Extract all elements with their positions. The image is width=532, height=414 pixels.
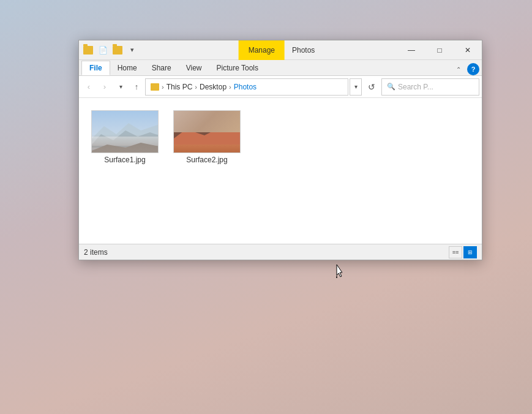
title-bar-left: 📄 ▾ xyxy=(81,43,139,57)
file-explorer-window: 📄 ▾ Manage Photos — □ xyxy=(78,40,482,260)
thumbnail-image-surface1 xyxy=(92,111,158,152)
minimize-button[interactable]: — xyxy=(397,40,425,60)
path-this-pc[interactable]: This PC xyxy=(167,83,193,91)
view-controls: ≡≡ ⊞ xyxy=(449,246,477,258)
up-button[interactable]: ↑ xyxy=(129,80,144,94)
search-icon: 🔍 xyxy=(387,83,395,91)
path-separator-3: › xyxy=(229,83,231,91)
forward-icon: › xyxy=(103,82,106,91)
ribbon-tabs: File Home Share View Picture Tools ⌃ ? xyxy=(79,60,482,76)
details-view-button[interactable]: ≡≡ xyxy=(449,246,462,258)
svg-rect-3 xyxy=(92,137,159,146)
tab-share[interactable]: Share xyxy=(144,61,179,75)
title-bar-controls: — □ ✕ xyxy=(397,40,482,60)
cursor xyxy=(332,265,342,280)
qat-dropdown-button[interactable]: ▾ xyxy=(126,43,139,57)
file-content-area: Surface1.jpg xyxy=(79,98,482,244)
folder2-icon xyxy=(113,46,122,55)
tab-file[interactable]: File xyxy=(81,61,110,75)
status-bar: 2 items ≡≡ ⊞ xyxy=(79,244,482,260)
recent-locations-button[interactable]: ▾ xyxy=(113,80,128,94)
file-name-surface1: Surface1.jpg xyxy=(104,156,145,164)
help-icon: ? xyxy=(471,66,476,73)
forward-button[interactable]: › xyxy=(97,80,112,94)
search-placeholder: Search P... xyxy=(398,83,433,91)
window-title: Photos xyxy=(285,40,322,60)
ribbon-collapse-button[interactable]: ⌃ xyxy=(452,63,465,75)
tab-view[interactable]: View xyxy=(179,61,209,75)
qat-folder2-button[interactable] xyxy=(111,43,124,57)
file-item-surface2[interactable]: Surface2.jpg xyxy=(171,108,243,167)
tab-picture-tools[interactable]: Picture Tools xyxy=(209,61,266,75)
manage-tab[interactable]: Manage xyxy=(239,40,285,60)
dropdown-icon: ▾ xyxy=(130,46,134,54)
dropdown-arrow-icon: ▾ xyxy=(354,83,358,90)
maximize-button[interactable]: □ xyxy=(425,40,454,60)
back-icon: ‹ xyxy=(88,82,90,91)
new-doc-icon: 📄 xyxy=(99,46,108,55)
search-box[interactable]: 🔍 Search P... xyxy=(381,78,479,96)
back-button[interactable]: ‹ xyxy=(81,80,96,94)
title-bar: 📄 ▾ Manage Photos — □ xyxy=(79,40,482,60)
file-name-surface2: Surface2.jpg xyxy=(186,156,227,164)
thumbnail-surface1 xyxy=(91,110,159,153)
manage-tab-label: Manage xyxy=(249,46,275,55)
qat-folder-button[interactable] xyxy=(81,43,95,57)
tab-home[interactable]: Home xyxy=(110,61,144,75)
thumbnail-surface2 xyxy=(173,110,241,153)
address-bar: ‹ › ▾ ↑ › This PC › Desktop › Photos ▾ ↺… xyxy=(79,76,482,98)
folder-icon xyxy=(83,46,93,55)
refresh-button[interactable]: ↺ xyxy=(363,78,380,96)
thumbnail-image-surface2 xyxy=(174,111,240,152)
svg-marker-9 xyxy=(211,114,232,122)
svg-rect-8 xyxy=(174,145,241,153)
recent-locations-icon: ▾ xyxy=(119,83,122,90)
up-icon: ↑ xyxy=(135,82,139,91)
address-path[interactable]: › This PC › Desktop › Photos xyxy=(145,78,348,96)
svg-marker-4 xyxy=(92,143,159,153)
details-view-icon: ≡≡ xyxy=(452,249,459,255)
close-button[interactable]: ✕ xyxy=(454,40,482,60)
title-bar-center: Manage Photos xyxy=(239,40,323,60)
path-folder-icon xyxy=(151,83,159,91)
refresh-icon: ↺ xyxy=(368,82,375,92)
qat-new-button[interactable]: 📄 xyxy=(96,43,110,57)
path-dropdown-button[interactable]: ▾ xyxy=(350,78,362,96)
path-photos[interactable]: Photos xyxy=(234,83,257,91)
help-button[interactable]: ? xyxy=(467,63,479,75)
large-icons-view-icon: ⊞ xyxy=(468,249,473,255)
large-icons-view-button[interactable]: ⊞ xyxy=(463,246,477,258)
ribbon-right-controls: ⌃ ? xyxy=(452,63,479,75)
path-separator-2: › xyxy=(195,83,197,91)
chevron-up-icon: ⌃ xyxy=(456,66,461,73)
path-desktop[interactable]: Desktop xyxy=(200,83,227,91)
path-separator-1: › xyxy=(162,83,164,91)
file-item-surface1[interactable]: Surface1.jpg xyxy=(89,108,161,167)
status-item-count: 2 items xyxy=(84,248,108,257)
